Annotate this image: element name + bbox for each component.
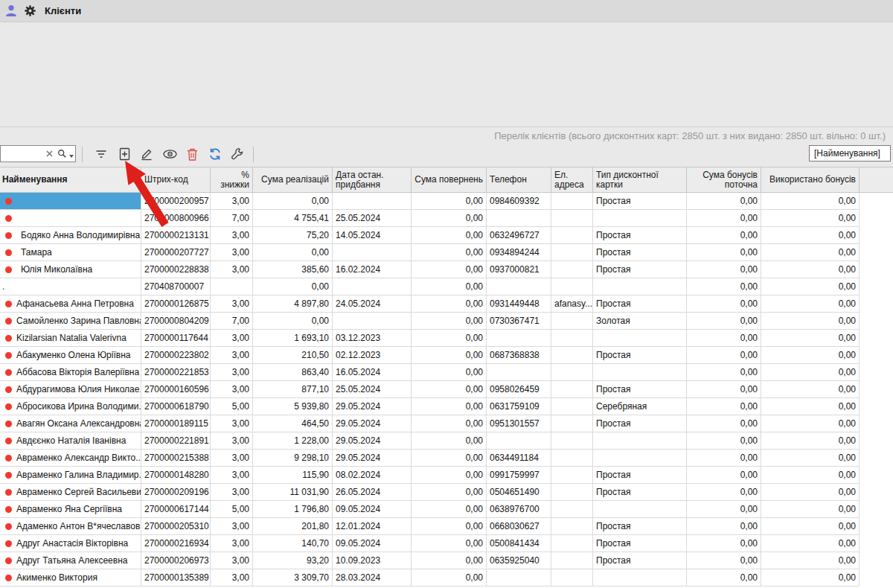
cell-card[interactable]: Золотая [593,313,687,330]
cell-card[interactable] [593,569,687,587]
cell-email[interactable] [551,347,593,364]
field-selector-dropdown[interactable]: [Найменування] [809,145,891,162]
cell-returns[interactable]: 0,00 [412,295,487,313]
cell-returns[interactable]: 0,00 [412,193,487,210]
cell-email[interactable] [551,278,593,295]
column-header-card[interactable]: Тип дисконтної картки [593,167,687,193]
cell-barcode[interactable]: 2700000160596 [141,381,211,398]
cell-email[interactable] [551,313,593,330]
cell-name[interactable]: Самойленко Зарина Павловна [0,313,141,330]
cell-card[interactable]: Простая [593,552,687,569]
cell-phone[interactable] [487,364,551,381]
cell-returns[interactable]: 0,00 [412,244,487,261]
cell-bonus[interactable]: 0,00 [687,210,761,227]
cell-bonus[interactable]: 0,00 [687,381,761,398]
cell-returns[interactable]: 0,00 [412,450,487,467]
cell-date[interactable]: 09.05.2024 [333,535,412,552]
clear-search-icon[interactable] [44,150,55,158]
cell-card[interactable]: Простая [593,227,687,244]
cell-date[interactable]: 29.05.2024 [333,450,412,467]
cell-phone[interactable]: 0634491184 [487,450,551,467]
cell-email[interactable] [551,535,593,552]
cell-email[interactable] [551,210,593,227]
cell-bonus[interactable]: 0,00 [687,227,761,244]
cell-date[interactable] [333,313,412,330]
cell-name[interactable]: Kizilarsian Natalia Valerivna [0,330,141,347]
cell-discount[interactable]: 3,00 [211,432,253,450]
cell-card[interactable]: Простая [593,467,687,484]
cell-bonus[interactable]: 0,00 [687,261,761,278]
cell-phone[interactable]: 0730367471 [487,313,551,330]
cell-returns[interactable]: 0,00 [412,398,487,415]
cell-card[interactable]: Простая [593,261,687,278]
cell-used[interactable]: 0,00 [761,552,860,569]
cell-barcode[interactable]: 2700000117644 [141,330,211,347]
cell-name[interactable]: Адаменко Антон В*ячеславов... [0,518,141,535]
cell-date[interactable]: 16.05.2024 [333,364,412,381]
cell-bonus[interactable]: 0,00 [687,518,761,535]
cell-sales[interactable]: 464,50 [253,415,333,432]
cell-barcode[interactable]: 2700000216934 [141,535,211,552]
cell-discount[interactable]: 7,00 [211,210,253,227]
cell-used[interactable]: 0,00 [761,484,860,501]
cell-discount[interactable]: 3,00 [211,569,253,587]
refresh-button[interactable] [206,144,224,164]
cell-email[interactable] [551,450,593,467]
cell-phone[interactable]: 0937000821 [487,261,551,278]
cell-name[interactable]: Авдєєнко Наталія Іванівна [0,432,141,450]
cell-email[interactable] [551,227,593,244]
table-row[interactable]: Абдурагимова Юлия Николае...270000016059… [0,381,893,398]
cell-barcode[interactable]: 2700000126875 [141,295,211,313]
cell-card[interactable]: Простая [593,415,687,432]
cell-sales[interactable]: 75,20 [253,227,333,244]
cell-used[interactable]: 0,00 [761,227,860,244]
table-row[interactable]: Адаменко Антон В*ячеславов...27000002053… [0,518,893,535]
cell-used[interactable]: 0,00 [761,535,860,552]
cell-sales[interactable]: 0,00 [253,313,333,330]
cell-card[interactable]: Простая [593,518,687,535]
cell-barcode[interactable]: 2700000228838 [141,261,211,278]
table-row[interactable]: Акименко Виктория27000001353893,003 309,… [0,569,893,587]
cell-email[interactable] [551,244,593,261]
cell-sales[interactable]: 0,00 [253,244,333,261]
cell-card[interactable]: Простая [593,484,687,501]
cell-discount[interactable]: 3,00 [211,518,253,535]
cell-phone[interactable]: 0635925040 [487,552,551,569]
column-header-returns[interactable]: Сума повернень [412,167,487,193]
cell-used[interactable]: 0,00 [761,210,860,227]
cell-date[interactable]: 16.02.2024 [333,261,412,278]
cell-name[interactable]: Аббасова Вікторія Валеріївна [0,364,141,381]
cell-used[interactable]: 0,00 [761,381,860,398]
table-row[interactable]: Адруг Анастасія Вікторівна27000002169343… [0,535,893,552]
cell-name[interactable] [0,210,141,227]
cell-returns[interactable]: 0,00 [412,278,487,295]
gear-icon[interactable] [24,4,36,17]
table-row[interactable]: Аббасова Вікторія Валеріївна270000022185… [0,364,893,381]
cell-card[interactable] [593,501,687,518]
cell-phone[interactable] [487,278,551,295]
cell-sales[interactable]: 385,60 [253,261,333,278]
cell-returns[interactable]: 0,00 [412,261,487,278]
filter-button[interactable] [92,144,110,164]
cell-phone[interactable]: 0638976700 [487,501,551,518]
cell-phone[interactable]: 0984609392 [487,193,551,210]
cell-returns[interactable]: 0,00 [412,552,487,569]
view-button[interactable] [161,144,179,164]
service-button[interactable] [228,144,246,164]
table-row[interactable]: Адруг Татьяна Алексеевна27000002069733,0… [0,552,893,569]
cell-email[interactable] [551,552,593,569]
cell-bonus[interactable]: 0,00 [687,450,761,467]
cell-bonus[interactable]: 0,00 [687,193,761,210]
cell-phone[interactable]: 0504651490 [487,484,551,501]
cell-sales[interactable]: 3 309,70 [253,569,333,587]
cell-used[interactable]: 0,00 [761,261,860,278]
cell-phone[interactable] [487,330,551,347]
cell-used[interactable]: 0,00 [761,415,860,432]
cell-email[interactable] [551,484,593,501]
cell-card[interactable]: Простая [593,244,687,261]
cell-barcode[interactable]: 2700000206973 [141,552,211,569]
cell-bonus[interactable]: 0,00 [687,501,761,518]
cell-returns[interactable]: 0,00 [412,535,487,552]
cell-phone[interactable]: 0631759109 [487,398,551,415]
cell-returns[interactable]: 0,00 [412,313,487,330]
